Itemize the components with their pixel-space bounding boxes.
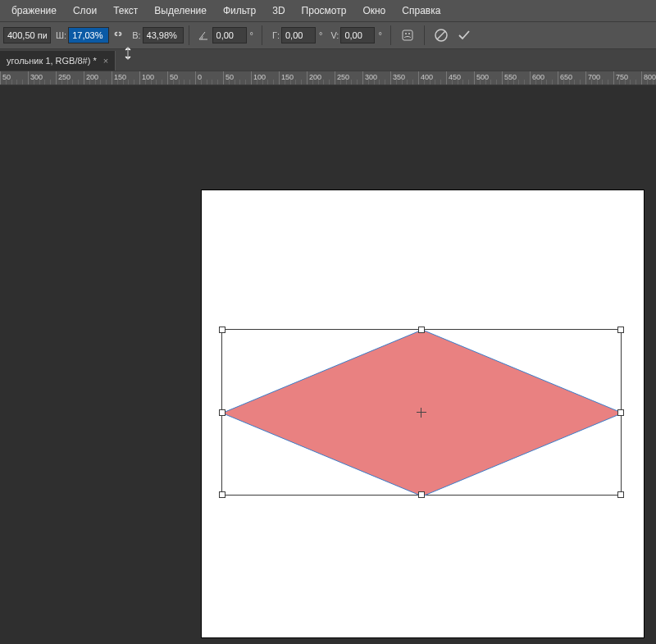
svg-point-1 xyxy=(405,33,407,34)
ruler-label: 300 xyxy=(365,73,377,81)
handle-bottom-right[interactable] xyxy=(617,491,624,498)
menu-item[interactable]: Выделение xyxy=(146,5,215,16)
ruler-tick: 50 xyxy=(167,71,168,85)
ruler-label: 200 xyxy=(86,73,98,81)
ruler-label: 550 xyxy=(504,73,517,81)
height-input[interactable] xyxy=(143,27,184,43)
separator xyxy=(262,25,262,45)
ruler-label: 800 xyxy=(644,73,656,81)
options-bar: Ш: В: ° Г: ° V: ° xyxy=(0,21,656,49)
ruler-label: 700 xyxy=(588,73,600,81)
ruler-tick: 50 xyxy=(0,71,1,85)
cancel-icon[interactable] xyxy=(431,25,451,45)
ruler-tick: 250 xyxy=(56,71,57,85)
ruler-tick: 50 xyxy=(223,71,224,85)
ruler-label: 150 xyxy=(114,73,126,81)
ruler-tick: 800 xyxy=(641,71,642,85)
handle-top-right[interactable] xyxy=(617,327,624,333)
ruler-label: 400 xyxy=(421,73,433,81)
separator xyxy=(390,25,391,45)
ruler-label: 100 xyxy=(253,73,266,81)
menu-item[interactable]: Слои xyxy=(65,5,105,16)
ruler-tick: 100 xyxy=(251,71,252,85)
vskew-label: V: xyxy=(330,30,339,40)
ruler-label: 50 xyxy=(2,73,11,81)
svg-marker-5 xyxy=(222,330,622,496)
close-icon[interactable]: × xyxy=(103,56,108,66)
x-position-input[interactable] xyxy=(3,27,51,43)
ruler-label: 250 xyxy=(58,73,71,81)
ruler-tick: 300 xyxy=(28,71,29,85)
hskew-input[interactable] xyxy=(281,27,316,43)
degree-label: ° xyxy=(319,30,322,40)
ruler-tick: 450 xyxy=(446,71,447,85)
handle-top-mid[interactable] xyxy=(418,327,425,333)
ruler-tick: 250 xyxy=(335,71,335,85)
ruler-tick: 150 xyxy=(112,71,112,85)
handle-mid-right[interactable] xyxy=(617,409,624,416)
ruler-tick: 200 xyxy=(307,71,308,85)
ruler-tick: 350 xyxy=(390,71,391,85)
separator xyxy=(189,25,189,45)
interpolation-icon[interactable] xyxy=(398,25,417,45)
degree-label: ° xyxy=(378,30,381,40)
ruler-tick: 100 xyxy=(139,71,140,85)
ruler-label: 200 xyxy=(309,73,321,81)
ruler-tick: 200 xyxy=(84,71,84,85)
rotate-input[interactable] xyxy=(212,27,247,43)
separator xyxy=(424,25,425,45)
document-tab-bar: угольник 1, RGB/8#) * × xyxy=(0,49,656,71)
document-tab[interactable]: угольник 1, RGB/8#) * × xyxy=(0,51,116,71)
canvas-area[interactable] xyxy=(0,85,656,644)
menu-item[interactable]: Фильтр xyxy=(215,5,264,16)
ruler-tick: 300 xyxy=(362,71,363,85)
document-tab-title: угольник 1, RGB/8#) * xyxy=(7,56,97,66)
ruler-label: 300 xyxy=(30,73,43,81)
ruler-label: 350 xyxy=(393,73,405,81)
ruler-tick: 700 xyxy=(585,71,586,85)
width-input[interactable] xyxy=(68,27,109,43)
ruler-label: 750 xyxy=(616,73,628,81)
diamond-shape[interactable] xyxy=(222,330,622,496)
height-label: В: xyxy=(132,30,140,40)
ruler-tick: 150 xyxy=(279,71,280,85)
ruler-tick: 400 xyxy=(418,71,419,85)
width-label: Ш: xyxy=(56,30,66,40)
horizontal-ruler[interactable]: 5030025020015010050050100150200250300350… xyxy=(0,71,656,85)
menu-item[interactable]: Текст xyxy=(105,5,146,16)
angle-icon xyxy=(196,28,211,43)
hskew-label: Г: xyxy=(272,30,280,40)
cursor-icon xyxy=(123,46,139,66)
degree-label: ° xyxy=(250,30,253,40)
ruler-tick: 550 xyxy=(502,71,503,85)
vskew-input[interactable] xyxy=(340,27,375,43)
ruler-tick: 750 xyxy=(613,71,614,85)
ruler-label: 50 xyxy=(226,73,234,81)
menu-item[interactable]: Окно xyxy=(354,5,394,16)
menu-item[interactable]: бражение xyxy=(3,5,65,16)
handle-mid-left[interactable] xyxy=(219,409,226,416)
ruler-label: 500 xyxy=(476,73,489,81)
ruler-tick: 650 xyxy=(558,71,558,85)
ruler-label: 50 xyxy=(170,73,178,81)
handle-bottom-mid[interactable] xyxy=(418,491,425,498)
transform-bounding-box[interactable] xyxy=(221,329,622,496)
ruler-label: 650 xyxy=(560,73,572,81)
menu-item[interactable]: Просмотр xyxy=(294,5,355,16)
ruler-label: 150 xyxy=(281,73,294,81)
link-icon[interactable] xyxy=(111,28,125,43)
svg-point-2 xyxy=(408,33,410,34)
ruler-tick: 0 xyxy=(195,71,196,85)
svg-line-4 xyxy=(437,31,445,39)
svg-rect-0 xyxy=(403,30,412,40)
ruler-label: 100 xyxy=(142,73,154,81)
ruler-label: 450 xyxy=(449,73,461,81)
menu-bar: бражение Слои Текст Выделение Фильтр 3D … xyxy=(0,0,656,21)
ruler-tick: 500 xyxy=(474,71,475,85)
menu-item[interactable]: Справка xyxy=(394,5,449,16)
handle-top-left[interactable] xyxy=(219,327,226,333)
commit-icon[interactable] xyxy=(454,25,474,45)
menu-item[interactable]: 3D xyxy=(264,5,293,16)
handle-bottom-left[interactable] xyxy=(219,491,226,498)
ruler-tick: 600 xyxy=(530,71,531,85)
